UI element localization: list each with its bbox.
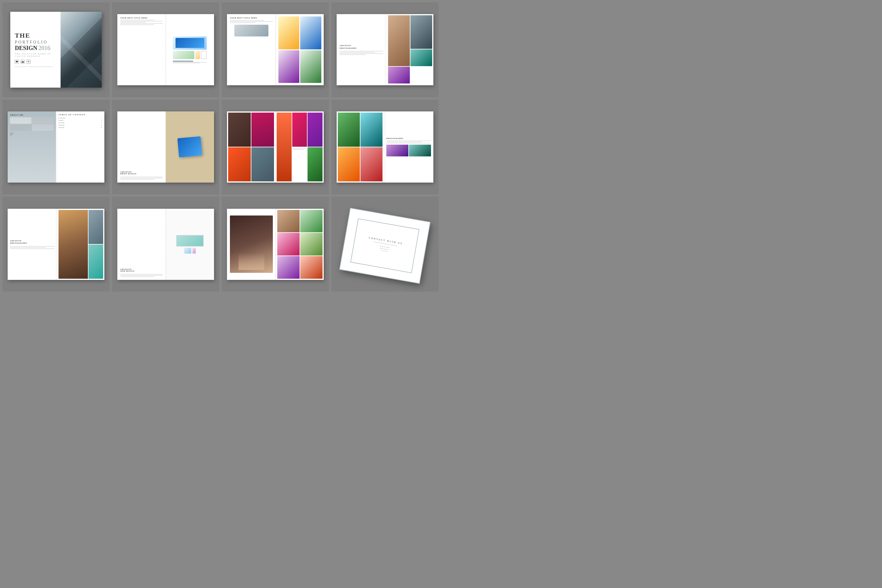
toc-item-4: Photography [58,124,64,126]
text-line [340,53,384,54]
text-line [10,247,46,248]
cell-web: CREATIVEWEB DESIGN [112,196,219,292]
cell-cover: THE PORTFOLIO DESIGN 2016 THE SELECTED W… [2,2,110,98]
about-heading: ABOUT ME [10,114,54,116]
wedding-img-6 [300,256,322,279]
web-title: CREATIVEWEB DESIGN [120,268,163,272]
fashion-img-6 [277,112,292,182]
nature-spread-1: PHOTOGRAPHY [337,111,434,183]
tech-underline-bar [173,60,207,63]
fashion-img-4 [251,147,274,182]
cover-subtitle: THE SELECTED WORK OF CALVIN SHEERAN [15,52,56,57]
tablet-device [178,136,202,158]
fashion-img-7 [308,112,322,147]
landscape-sm-1 [88,210,103,244]
about-name: FINDME [10,133,54,135]
cover-building-image [61,12,102,88]
fashion-text [292,147,307,182]
print-left: CREATIVEPRINT DESIGN [117,111,166,183]
text-line [173,63,200,63]
screen-display [176,38,204,48]
fashion-img-1 [228,112,251,147]
toc-num-3: 8 [101,122,102,123]
landscape-sm-2 [88,244,103,279]
device-laptop [173,36,207,50]
tech-text-lines [120,20,163,25]
text-line [340,52,375,52]
toc-num-5: 16 [101,127,102,128]
text-line [120,22,146,22]
print-right [166,111,214,183]
print-title: CREATIVEPRINT DESIGN [120,171,163,175]
mail-icon: ✉ [27,60,31,64]
cell-photo-text: CREATIVEPHOTOGRAPHY [332,2,439,98]
cover-the-text: THE [15,32,30,39]
cover-year-text: 2016 [39,45,50,51]
nature-img-3 [338,147,360,182]
toc-line-1: Portfolio Item 1 [58,117,102,119]
nature-text [386,141,431,144]
tech-spread-1: YOUR BEST TITLE HERE [117,14,214,85]
profile-photo-4 [32,124,54,131]
laptop-image-left [230,25,273,36]
contact-subtitle: YOUR TITLE HEREinfo@company.com+1 234 56… [379,245,390,253]
cell-about: ABOUT ME FINDME TABLE OF CONTENT Portfol… [2,100,110,195]
cover-left-page: THE PORTFOLIO DESIGN 2016 THE SELECTED W… [10,12,61,88]
photo-sm-3 [388,67,410,84]
print-spread: CREATIVEPRINT DESIGN [117,111,214,183]
text-line [293,149,304,150]
wedding-overlay [238,253,264,270]
toc-line-5: Web Design 16 [58,127,102,128]
nature-img-4 [360,147,382,182]
tech-spread-2: YOUR BEST TITLE HERE [227,14,324,85]
cover-book: THE PORTFOLIO DESIGN 2016 THE SELECTED W… [10,12,101,88]
wedding-main-photo [230,216,273,273]
text-line [120,177,163,177]
text-line [120,178,163,178]
toc-title: TABLE OF CONTENT [58,114,102,116]
text-line [120,24,154,25]
about-right: TABLE OF CONTENT Portfolio Item 1 About … [56,111,104,183]
laptop-placeholder [234,25,269,36]
text-line [10,246,55,247]
profile-photo-3 [10,124,32,131]
creative-left: CREATIVEPHOTOGRAPHY [337,14,387,85]
profile-photo-2 [32,117,54,124]
nature-thumb-2 [409,145,431,156]
wedding-img-5 [277,256,300,279]
main-grid: THE PORTFOLIO DESIGN 2016 THE SELECTED W… [0,0,441,294]
cell-print: CREATIVEPRINT DESIGN [112,100,219,195]
nature-title: PHOTOGRAPHY [386,138,431,140]
photo-text [10,246,55,249]
tech-title-1: YOUR BEST TITLE HERE [120,17,163,19]
photo-right [57,209,104,280]
web-left: CREATIVEWEB DESIGN [117,209,166,280]
tech2-text [230,20,273,23]
contact-border-inner: CONTACT WITH US YOUR TITLE HEREinfo@comp… [350,219,420,273]
about-photo-grid [10,117,54,131]
nature-thumb-grid [386,145,431,156]
landscape-main [58,210,88,279]
toc-list: Portfolio Item 1 About Me 4 Print Design… [58,117,102,128]
camera-icon: 📷 [21,60,25,64]
text-line [386,142,422,142]
wedding-img-1 [277,210,300,232]
cell-tech-1: YOUR BEST TITLE HERE [112,2,219,98]
monitor-mockup [176,235,204,247]
device-row-web [184,248,196,254]
web-right [166,209,214,280]
text-line [386,143,431,144]
toc-line-3: Print Design 8 [58,122,102,123]
cell-photography: CREATIVEPHOTOGRAPHY [2,196,110,292]
cover-right-image [61,12,102,88]
text-line [120,23,163,24]
tech2-right [276,14,324,85]
toc-num-2: 4 [101,120,102,121]
fashion-img-3 [228,147,251,182]
text-line [120,275,163,276]
cell-wedding [222,196,329,292]
toc-item-2: About Me [58,120,63,121]
wedding-left [227,209,276,280]
cell-contact: CONTACT WITH US YOUR TITLE HEREinfo@comp… [332,196,439,292]
device-tablet [173,51,194,59]
